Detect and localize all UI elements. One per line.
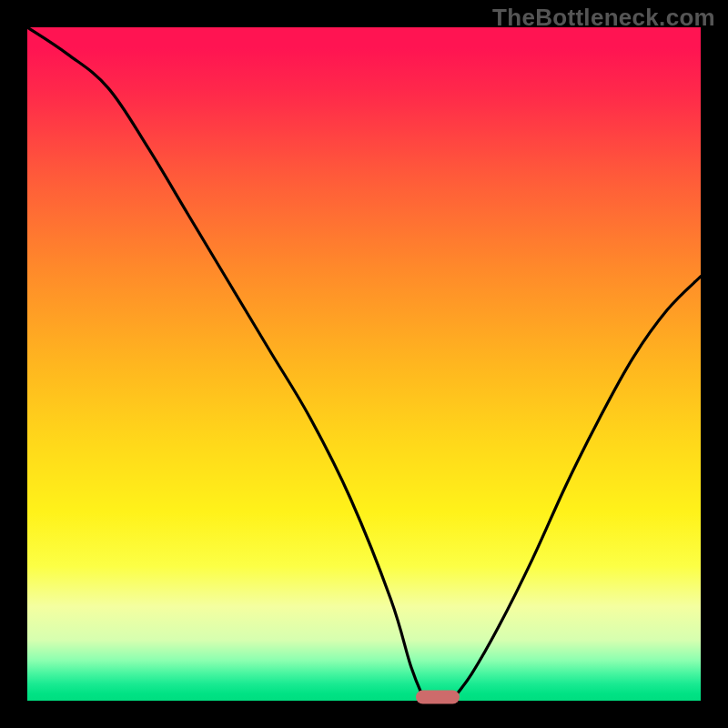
curve-layer	[27, 27, 701, 701]
curve-left	[27, 27, 425, 701]
plot-area	[27, 27, 701, 701]
watermark-text: TheBottleneck.com	[492, 4, 715, 32]
optimal-marker	[416, 691, 460, 704]
chart-frame: TheBottleneck.com	[0, 0, 728, 728]
curve-right	[451, 277, 701, 701]
